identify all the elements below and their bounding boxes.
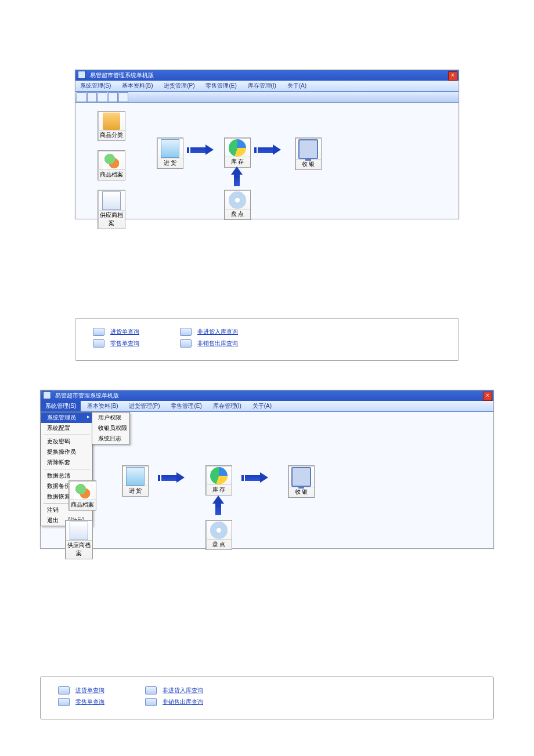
- disc-icon: [210, 522, 228, 539]
- menu-about[interactable]: 关于(A): [248, 401, 276, 411]
- btn-product-file[interactable]: 商品档案: [98, 150, 125, 180]
- toolbar-button[interactable]: [108, 92, 118, 102]
- menu-about[interactable]: 关于(A): [283, 81, 311, 91]
- monitor-icon: [298, 139, 318, 159]
- menu-separator: [44, 469, 90, 469]
- btn-pos[interactable]: 收 银: [295, 138, 322, 170]
- menu-basic[interactable]: 基本资料(B): [82, 401, 122, 411]
- btn-label: 商品分类: [98, 130, 125, 140]
- toolbar-button[interactable]: [87, 92, 97, 102]
- toolbar-button[interactable]: [118, 92, 128, 102]
- toolbar-button[interactable]: [77, 92, 86, 102]
- menu-bar: 系统管理(S) 基本资料(B) 进货管理(P) 零售管理(E) 库存管理(I) …: [75, 81, 459, 92]
- link-retail-query[interactable]: 零售单查询: [75, 698, 110, 706]
- app-icon: [43, 391, 51, 399]
- menu-purchase[interactable]: 进货管理(P): [159, 81, 199, 91]
- close-button[interactable]: ×: [483, 392, 492, 401]
- btn-label: 进 货: [157, 158, 183, 168]
- link-panel: 进货单查询 非进货入库查询 零售单查询 非销售出库查询: [40, 677, 494, 719]
- submenu-sys-log[interactable]: 系统日志: [92, 433, 129, 444]
- btn-label: 供应商档案: [98, 210, 125, 229]
- report-icon: [180, 328, 192, 336]
- admin-submenu-dropdown[interactable]: 用户权限 收银员权限 系统日志: [92, 412, 130, 444]
- submenu-user-role[interactable]: 用户权限: [92, 413, 129, 423]
- menu-item-dbclear[interactable]: 数据总清: [41, 471, 92, 481]
- btn-purchase[interactable]: 进 货: [122, 465, 149, 497]
- box-icon: [161, 139, 179, 158]
- report-icon: [145, 686, 157, 694]
- btn-product-category[interactable]: 商品分类: [98, 111, 125, 141]
- link-purchase-query[interactable]: 进货单查询: [75, 686, 110, 694]
- workspace: 系统管理员 系统配置 更改密码 提换操作员 清除帐套 数据总清 数据备份 数据恢…: [41, 412, 493, 548]
- report-icon: [93, 328, 104, 336]
- btn-stock-check[interactable]: 盘 点: [224, 190, 251, 220]
- menu-system[interactable]: 系统管理(S): [41, 401, 81, 411]
- window-title: 易管超市管理系统单机版: [55, 392, 119, 399]
- arrow-right-icon: [245, 475, 268, 482]
- btn-label: 库 存: [206, 484, 232, 495]
- link-nonpurchase-in-query[interactable]: 非进货入库查询: [197, 328, 238, 336]
- btn-product-file[interactable]: 商品档案: [68, 480, 96, 511]
- link-purchase-query[interactable]: 进货单查询: [110, 328, 145, 336]
- btn-label: 商品档案: [98, 169, 125, 180]
- title-bar: 易管超市管理系统单机版 ×: [75, 70, 459, 81]
- menu-retail[interactable]: 零售管理(E): [166, 401, 206, 411]
- close-button[interactable]: ×: [448, 71, 457, 81]
- link-nonsale-out-query[interactable]: 非销售出库查询: [163, 698, 203, 706]
- menu-stock[interactable]: 库存管理(I): [208, 401, 246, 411]
- disc-icon: [229, 191, 246, 209]
- link-nonsale-out-query[interactable]: 非销售出库查询: [197, 339, 238, 348]
- arrow-right-icon: [258, 147, 281, 154]
- btn-supplier-file[interactable]: 供应商档案: [65, 520, 93, 559]
- btn-pos[interactable]: 收 银: [288, 465, 315, 498]
- workspace: 商品分类 商品档案 供应商档案 进 货 库 存 收 银 盘 点: [75, 103, 459, 219]
- sheet-icon: [70, 522, 88, 540]
- window-title: 易管超市管理系统单机版: [90, 72, 154, 78]
- btn-label: 进 货: [122, 486, 148, 496]
- menu-retail[interactable]: 零售管理(E): [201, 81, 241, 91]
- title-bar: 易管超市管理系统单机版 ×: [41, 390, 493, 401]
- btn-purchase[interactable]: 进 货: [157, 138, 183, 169]
- menu-item-setop[interactable]: 提换操作员: [41, 447, 92, 457]
- report-icon: [58, 686, 70, 694]
- btn-label: 库 存: [225, 157, 250, 167]
- btn-stock-check[interactable]: 盘 点: [205, 520, 232, 550]
- report-icon: [58, 698, 70, 706]
- app-window-1: 易管超市管理系统单机版 × 系统管理(S) 基本资料(B) 进货管理(P) 零售…: [75, 70, 459, 219]
- menu-basic[interactable]: 基本资料(B): [117, 81, 157, 91]
- link-retail-query[interactable]: 零售单查询: [110, 339, 145, 348]
- sheet-icon: [102, 191, 121, 210]
- app-window-2: 易管超市管理系统单机版 × 系统管理(S) 基本资料(B) 进货管理(P) 零售…: [40, 390, 494, 549]
- btn-stock[interactable]: 库 存: [224, 138, 251, 168]
- app-icon: [78, 71, 86, 79]
- gears-icon: [74, 482, 91, 500]
- menu-item-chpwd[interactable]: 更改密码: [41, 436, 92, 447]
- btn-label: 供应商档案: [66, 540, 92, 559]
- btn-supplier-file[interactable]: 供应商档案: [98, 190, 125, 229]
- gears-icon: [103, 152, 120, 169]
- menu-system[interactable]: 系统管理(S): [75, 81, 116, 91]
- menu-stock[interactable]: 库存管理(I): [243, 81, 281, 91]
- menu-separator: [44, 435, 90, 435]
- menu-item-clearch[interactable]: 清除帐套: [41, 457, 92, 468]
- arrow-right-icon: [161, 475, 185, 482]
- toolbar-button[interactable]: [98, 92, 107, 102]
- report-icon: [93, 339, 104, 348]
- menu-bar: 系统管理(S) 基本资料(B) 进货管理(P) 零售管理(E) 库存管理(I) …: [41, 401, 493, 412]
- menu-purchase[interactable]: 进货管理(P): [124, 401, 164, 411]
- menu-item-config[interactable]: 系统配置: [41, 423, 92, 433]
- arrow-right-icon: [190, 147, 214, 154]
- menu-item-label: 退出: [47, 517, 59, 523]
- report-icon: [180, 339, 192, 348]
- btn-stock[interactable]: 库 存: [205, 465, 232, 495]
- btn-label: 盘 点: [225, 209, 250, 219]
- pie-icon: [229, 139, 246, 157]
- submenu-cashier-role[interactable]: 收银员权限: [92, 423, 129, 433]
- folder-icon: [103, 113, 120, 130]
- btn-label: 商品档案: [69, 500, 96, 510]
- menu-item-admin[interactable]: 系统管理员: [41, 413, 92, 423]
- monitor-icon: [291, 467, 311, 487]
- link-nonpurchase-in-query[interactable]: 非进货入库查询: [163, 686, 203, 694]
- arrow-up-icon: [215, 495, 222, 515]
- tool-bar: [75, 92, 459, 103]
